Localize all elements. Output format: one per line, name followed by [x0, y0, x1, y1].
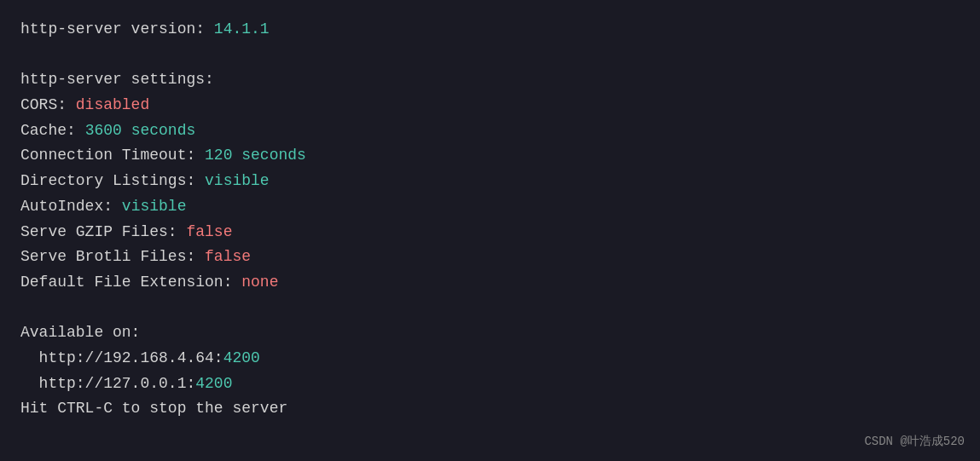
terminal-window: http-server version: 14.1.1http-server s… — [0, 0, 980, 461]
watermark: CSDN @叶浩成520 — [864, 434, 965, 449]
version-line: http-server version: 14.1.1 — [20, 17, 960, 43]
autoindex-line: AutoIndex: visible — [20, 194, 960, 220]
directory-line: Directory Listings: visible — [20, 169, 960, 194]
ip1-line: http://192.168.4.64:4200 — [20, 346, 960, 372]
cors-line: CORS: disabled — [20, 93, 960, 118]
cache-line: Cache: 3600 seconds — [20, 118, 960, 144]
ip2-line: http://127.0.0.1:4200 — [20, 372, 960, 397]
connection-timeout-line: Connection Timeout: 120 seconds — [20, 143, 960, 169]
blank2 — [20, 296, 960, 321]
terminal-content: http-server version: 14.1.1http-server s… — [20, 17, 960, 422]
brotli-line: Serve Brotli Files: false — [20, 245, 960, 270]
gzip-line: Serve GZIP Files: false — [20, 220, 960, 245]
available-header: Available on: — [20, 320, 960, 346]
blank1 — [20, 43, 960, 68]
extension-line: Default File Extension: none — [20, 270, 960, 296]
settings-header: http-server settings: — [20, 67, 960, 93]
stop-line: Hit CTRL-C to stop the server — [20, 396, 960, 422]
